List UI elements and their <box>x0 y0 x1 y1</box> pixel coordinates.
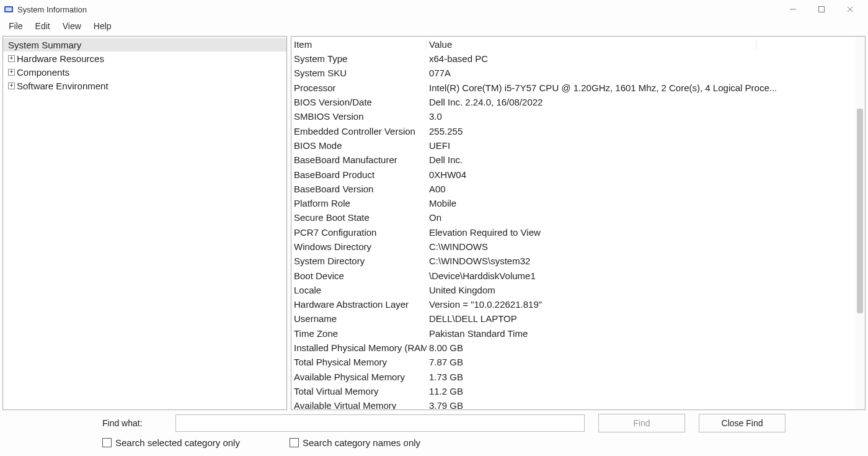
details-item: BaseBoard Version <box>291 184 427 194</box>
details-item: Username <box>291 313 427 324</box>
checkbox-box-icon <box>290 438 299 447</box>
maximize-button[interactable] <box>807 0 836 19</box>
details-row[interactable]: BIOS Version/DateDell Inc. 2.24.0, 16/08… <box>291 95 865 109</box>
header-item[interactable]: Item <box>291 39 427 50</box>
menu-help[interactable]: Help <box>87 20 118 32</box>
details-value: 11.2 GB <box>427 386 865 396</box>
details-item: BIOS Version/Date <box>291 97 427 107</box>
details-value: Dell Inc. 2.24.0, 16/08/2022 <box>427 97 865 107</box>
details-value: x64-based PC <box>427 53 865 64</box>
details-row[interactable]: System DirectoryC:\WINDOWS\system32 <box>291 254 865 268</box>
details-header[interactable]: Item Value <box>291 37 865 51</box>
scrollbar-thumb[interactable] <box>857 109 863 313</box>
details-row[interactable]: LocaleUnited Kingdom <box>291 283 865 297</box>
tree-expander-icon[interactable]: + <box>8 69 15 76</box>
details-row[interactable]: System SKU077A <box>291 66 865 80</box>
details-row[interactable]: Available Virtual Memory3.79 GB <box>291 398 865 409</box>
details-value: 077A <box>427 68 865 78</box>
details-row[interactable]: Platform RoleMobile <box>291 196 865 210</box>
details-value: On <box>427 212 865 223</box>
details-row[interactable]: Time ZonePakistan Standard Time <box>291 326 865 341</box>
checkbox-label: Search selected category only <box>115 437 240 448</box>
tree-expander-icon[interactable]: + <box>8 55 15 62</box>
details-item: Available Virtual Memory <box>291 400 427 409</box>
details-pane: Item Value System Typex64-based PCSystem… <box>291 36 866 410</box>
details-value: Version = "10.0.22621.819" <box>427 299 865 310</box>
details-item: Windows Directory <box>291 241 427 252</box>
details-row[interactable]: BaseBoard ManufacturerDell Inc. <box>291 153 865 167</box>
details-row[interactable]: Boot Device\Device\HarddiskVolume1 <box>291 268 865 282</box>
details-item: Secure Boot State <box>291 212 427 223</box>
titlebar: System Information <box>0 0 868 19</box>
close-find-button[interactable]: Close Find <box>699 414 786 432</box>
details-row[interactable]: Total Virtual Memory11.2 GB <box>291 384 865 398</box>
details-value: Pakistan Standard Time <box>427 328 865 339</box>
details-item: SMBIOS Version <box>291 111 427 122</box>
tree-label: Components <box>17 67 69 78</box>
svg-rect-3 <box>819 7 825 12</box>
find-button[interactable]: Find <box>598 414 685 432</box>
close-button[interactable] <box>836 0 864 19</box>
details-value: 1.73 GB <box>427 372 865 382</box>
details-item: Installed Physical Memory (RAM) <box>291 342 427 353</box>
checkbox-label: Search category names only <box>303 437 420 448</box>
window-title: System Information <box>17 5 87 14</box>
checkbox-search-selected-category[interactable]: Search selected category only <box>102 437 240 448</box>
details-row[interactable]: Total Physical Memory7.87 GB <box>291 355 865 369</box>
menu-view[interactable]: View <box>56 20 87 32</box>
details-value: C:\WINDOWS\system32 <box>427 256 865 266</box>
tree-item-components[interactable]: + Components <box>3 65 286 79</box>
details-row[interactable]: PCR7 ConfigurationElevation Required to … <box>291 225 865 239</box>
details-item: Locale <box>291 285 427 295</box>
tree-item-hardware-resources[interactable]: + Hardware Resources <box>3 51 286 65</box>
header-value[interactable]: Value <box>427 39 756 50</box>
checkbox-search-category-names[interactable]: Search category names only <box>290 437 420 448</box>
details-row[interactable]: Installed Physical Memory (RAM)8.00 GB <box>291 341 865 355</box>
details-item: Total Virtual Memory <box>291 386 427 396</box>
category-tree: System Summary + Hardware Resources + Co… <box>3 37 286 94</box>
details-row[interactable]: BaseBoard Product0XHW04 <box>291 167 865 181</box>
tree-label: Hardware Resources <box>17 53 104 64</box>
main-area: System Summary + Hardware Resources + Co… <box>0 34 868 410</box>
app-icon <box>4 4 14 14</box>
details-value: \Device\HarddiskVolume1 <box>427 270 865 281</box>
details-value: Elevation Required to View <box>427 227 865 238</box>
details-value: UEFI <box>427 140 865 151</box>
menubar: File Edit View Help <box>0 19 868 34</box>
details-value: 3.0 <box>427 111 865 122</box>
details-value: United Kingdom <box>427 285 865 295</box>
find-input[interactable] <box>175 414 585 432</box>
details-row[interactable]: UsernameDELL\DELL LAPTOP <box>291 311 865 326</box>
tree-label: System Summary <box>8 40 81 50</box>
details-row[interactable]: System Typex64-based PC <box>291 51 865 66</box>
details-value: DELL\DELL LAPTOP <box>427 313 865 324</box>
menu-file[interactable]: File <box>2 20 29 32</box>
details-row[interactable]: Hardware Abstraction LayerVersion = "10.… <box>291 297 865 311</box>
details-value: 0XHW04 <box>427 169 865 180</box>
details-value: Intel(R) Core(TM) i5-7Y57 CPU @ 1.20GHz,… <box>427 83 865 93</box>
details-row[interactable]: SMBIOS Version3.0 <box>291 109 865 123</box>
details-row[interactable]: Secure Boot StateOn <box>291 210 865 225</box>
minimize-button[interactable] <box>779 0 807 19</box>
checkbox-box-icon <box>102 438 112 447</box>
menu-edit[interactable]: Edit <box>29 20 56 32</box>
details-item: PCR7 Configuration <box>291 227 427 238</box>
svg-rect-1 <box>6 7 12 11</box>
details-item: Embedded Controller Version <box>291 126 427 136</box>
tree-expander-icon[interactable]: + <box>8 83 15 89</box>
tree-item-software-environment[interactable]: + Software Environment <box>3 79 286 92</box>
details-row[interactable]: Windows DirectoryC:\WINDOWS <box>291 239 865 254</box>
details-value: 255.255 <box>427 126 865 136</box>
vertical-scrollbar[interactable] <box>855 37 865 409</box>
details-row[interactable]: Available Physical Memory1.73 GB <box>291 370 865 384</box>
details-item: Hardware Abstraction Layer <box>291 299 427 310</box>
details-item: BaseBoard Manufacturer <box>291 154 427 165</box>
details-value: Dell Inc. <box>427 154 865 165</box>
tree-item-system-summary[interactable]: System Summary <box>3 38 286 51</box>
details-item: Processor <box>291 83 427 93</box>
details-row[interactable]: Embedded Controller Version255.255 <box>291 123 865 138</box>
details-row[interactable]: BIOS ModeUEFI <box>291 138 865 153</box>
details-row[interactable]: BaseBoard VersionA00 <box>291 182 865 196</box>
details-row[interactable]: ProcessorIntel(R) Core(TM) i5-7Y57 CPU @… <box>291 81 865 95</box>
details-value: Mobile <box>427 198 865 208</box>
